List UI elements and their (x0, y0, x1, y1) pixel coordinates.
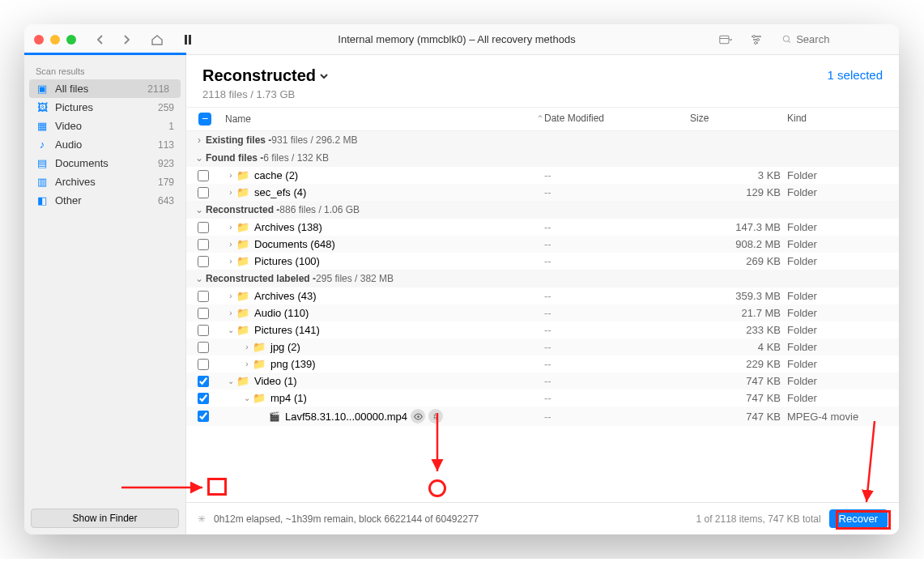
row-checkbox[interactable] (198, 170, 209, 181)
search-box[interactable] (776, 31, 889, 48)
chevron-down-icon[interactable]: ⌄ (225, 377, 236, 385)
table-row[interactable]: ›📁Archives (43)--359.3 MBFolder (186, 287, 899, 304)
chevron-down-icon: ⌄ (193, 273, 206, 284)
hex-view-button[interactable]: # (428, 409, 443, 424)
minimize-window-icon[interactable] (50, 35, 60, 45)
sidebar-item-video[interactable]: ▦ Video 1 (24, 117, 185, 135)
column-kind[interactable]: Kind (787, 113, 892, 126)
filter-button[interactable] (745, 30, 768, 49)
svg-rect-1 (189, 35, 191, 45)
svg-rect-0 (185, 35, 187, 45)
audio-icon: ♪ (36, 138, 49, 151)
table-row[interactable]: ›📁Documents (648)--908.2 MBFolder (186, 236, 899, 253)
chevron-right-icon[interactable]: › (225, 171, 236, 180)
other-icon: ◧ (36, 194, 49, 206)
svg-point-5 (755, 41, 757, 44)
back-button[interactable] (89, 30, 112, 49)
chevron-right-icon[interactable]: › (225, 257, 236, 266)
chevron-down-icon: ⌄ (193, 152, 206, 164)
svg-point-4 (757, 38, 760, 40)
table-row[interactable]: ›📁sec_efs (4)--129 KBFolder (186, 184, 899, 201)
section-reconstructed[interactable]: ⌄Reconstructed - 886 files / 1.06 GB (186, 201, 899, 219)
video-icon: ▦ (36, 120, 49, 132)
row-checkbox[interactable] (198, 325, 209, 336)
chevron-right-icon[interactable]: › (241, 360, 253, 368)
main-heading[interactable]: Reconstructed (202, 66, 329, 85)
sidebar-item-pictures[interactable]: 🖼 Pictures 259 (24, 98, 185, 117)
chevron-right-icon[interactable]: › (225, 188, 236, 197)
sidebar-header: Scan results (24, 62, 185, 79)
folder-icon: 📁 (236, 307, 249, 319)
chevron-right-icon[interactable]: › (225, 292, 236, 300)
column-headers: − Name⌃ Date Modified Size Kind (186, 107, 899, 131)
row-checkbox[interactable] (198, 291, 209, 302)
deselect-all-button[interactable]: − (198, 113, 211, 126)
chevron-right-icon[interactable]: › (225, 223, 236, 232)
row-checkbox[interactable] (198, 342, 209, 353)
selection-count: 1 selected (828, 66, 883, 82)
folder-icon: 📁 (236, 324, 249, 336)
recover-button[interactable]: Recover (829, 509, 888, 528)
all-files-icon: ▣ (36, 83, 49, 95)
sidebar-item-archives[interactable]: ▥ Archives 179 (24, 172, 185, 191)
chevron-down-icon (319, 71, 329, 81)
row-checkbox[interactable] (198, 239, 209, 250)
row-checkbox[interactable] (198, 187, 209, 198)
folder-icon: 📁 (253, 341, 266, 353)
table-row[interactable]: ›📁png (139)--229 KBFolder (186, 355, 899, 373)
table-row[interactable]: ›📁jpg (2)--4 KBFolder (186, 338, 899, 355)
table-row[interactable]: ›📁Audio (110)--21.7 MBFolder (186, 304, 899, 321)
section-reconstructed-labeled[interactable]: ⌄Reconstructed labeled - 295 files / 382… (186, 270, 899, 287)
table-row[interactable]: ›📁Pictures (100)--269 KBFolder (186, 253, 899, 270)
table-row-selected-file[interactable]: 🎬Lavf58.31.10...00000.mp4#--747 KBMPEG-4… (186, 407, 899, 426)
table-row[interactable]: ›📁Archives (138)--147.3 MBFolder (186, 219, 899, 236)
column-name[interactable]: Name⌃ (217, 113, 544, 126)
chevron-right-icon[interactable]: › (225, 240, 236, 249)
chevron-down-icon[interactable]: ⌄ (241, 394, 253, 402)
row-checkbox[interactable] (198, 308, 209, 319)
chevron-right-icon[interactable]: › (241, 343, 253, 351)
forward-button[interactable] (115, 30, 138, 49)
folder-icon: 📁 (236, 238, 249, 250)
chevron-down-icon[interactable]: ⌄ (225, 326, 236, 334)
chevron-right-icon[interactable]: › (225, 309, 236, 317)
svg-point-6 (783, 36, 789, 41)
search-icon (782, 34, 791, 45)
home-button[interactable] (146, 30, 168, 49)
pause-button[interactable] (177, 30, 199, 49)
row-checkbox[interactable] (198, 222, 209, 233)
sidebar-item-documents[interactable]: ▤ Documents 923 (24, 154, 185, 172)
sidebar-item-all-files[interactable]: ▣ All files 2118 (29, 79, 181, 98)
table-row[interactable]: ⌄📁Pictures (141)--233 KBFolder (186, 321, 899, 338)
sidebar-item-other[interactable]: ◧ Other 643 (24, 191, 185, 210)
row-checkbox[interactable] (198, 359, 209, 370)
archives-icon: ▥ (36, 176, 49, 188)
search-input[interactable] (796, 33, 883, 45)
preview-button[interactable] (411, 409, 425, 424)
window-traffic-lights[interactable] (34, 35, 76, 45)
row-checkbox[interactable] (198, 411, 209, 422)
close-window-icon[interactable] (34, 35, 44, 45)
section-existing-files[interactable]: ›Existing files - 931 files / 296.2 MB (186, 131, 899, 149)
row-checkbox[interactable] (198, 376, 209, 387)
show-in-finder-button[interactable]: Show in Finder (31, 509, 179, 528)
table-row[interactable]: ⌄📁Video (1)--747 KBFolder (186, 373, 899, 390)
spinner-icon: ✳ (198, 513, 206, 525)
column-size[interactable]: Size (690, 113, 787, 126)
sidebar-item-audio[interactable]: ♪ Audio 113 (24, 135, 185, 154)
row-checkbox[interactable] (198, 256, 209, 267)
folder-icon: 📁 (253, 392, 266, 404)
selection-summary: 1 of 2118 items, 747 KB total (696, 513, 820, 525)
folder-icon: 📁 (236, 255, 249, 267)
row-checkbox[interactable] (198, 393, 209, 404)
folder-icon: 📁 (236, 375, 249, 387)
column-date[interactable]: Date Modified (544, 113, 690, 126)
folder-icon: 📁 (236, 221, 249, 233)
table-row[interactable]: ›📁cache (2)--3 KBFolder (186, 167, 899, 184)
folder-icon: 📁 (236, 186, 249, 198)
maximize-window-icon[interactable] (66, 35, 76, 45)
folder-icon: 📁 (236, 169, 249, 181)
section-found-files[interactable]: ⌄Found files - 6 files / 132 KB (186, 149, 899, 167)
view-options-button[interactable] (714, 30, 737, 49)
table-row[interactable]: ⌄📁mp4 (1)--747 KBFolder (186, 390, 899, 407)
